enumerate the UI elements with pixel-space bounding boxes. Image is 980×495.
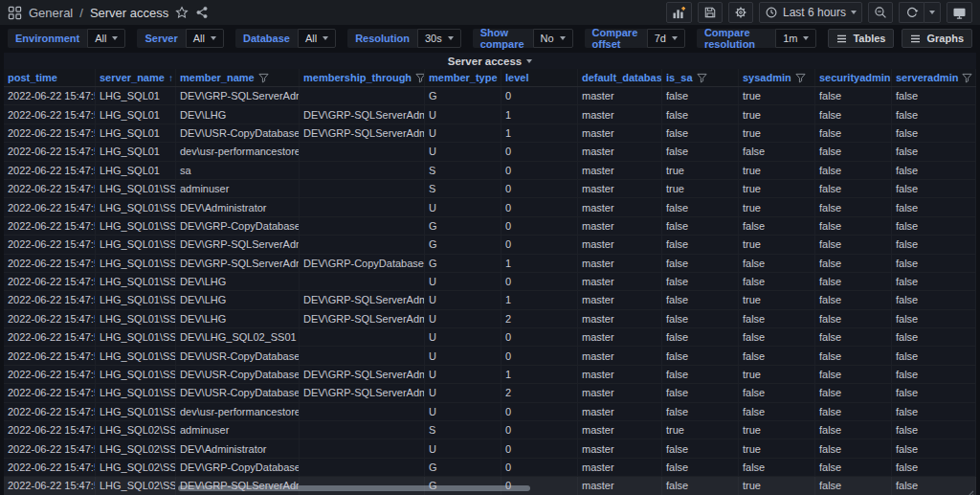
cell-securityadmin: false — [815, 366, 892, 383]
cell-sysadmin: false — [739, 403, 815, 420]
star-icon[interactable] — [175, 6, 189, 19]
view-button-graphs[interactable]: Graphs — [902, 29, 972, 48]
cell-securityadmin: false — [815, 273, 892, 290]
cell-is_sa: false — [662, 477, 739, 494]
cell-membership_through — [300, 217, 425, 235]
variable-value-dropdown[interactable]: All — [298, 29, 336, 48]
table-row: 2022-06-22 15:47:50.543LHG_SQL01dev\usr-… — [4, 143, 976, 161]
column-filter-icon[interactable] — [795, 73, 806, 83]
column-label: serveradmin — [896, 72, 958, 83]
cell-member_name: DEV\GRP-SQLServerAdmins — [176, 255, 300, 272]
column-header-member_name[interactable]: member_name — [176, 69, 300, 86]
cell-level: 0 — [501, 180, 578, 197]
cell-level: 0 — [501, 162, 578, 179]
variable-value-dropdown[interactable]: All — [87, 29, 125, 48]
monitor-icon — [952, 6, 967, 20]
table-row: 2022-06-22 15:47:50.543LHG_SQL02\SS01DEV… — [4, 439, 976, 458]
variable-label[interactable]: Server — [137, 29, 185, 48]
column-filter-icon[interactable] — [697, 73, 707, 83]
variable-label[interactable]: Database — [235, 29, 298, 48]
cell-default_database: master — [578, 162, 662, 179]
column-header-default_database[interactable]: default_database — [578, 69, 662, 86]
column-header-securityadmin[interactable]: securityadmin — [815, 69, 892, 86]
cell-securityadmin: false — [815, 105, 892, 123]
cell-sysadmin: true — [739, 477, 815, 494]
column-header-serveradmin[interactable]: serveradmin — [892, 69, 976, 86]
refresh-interval-dropdown[interactable] — [924, 2, 941, 23]
cell-member_type: U — [425, 124, 501, 142]
refresh-button[interactable] — [899, 2, 924, 23]
variable-value-dropdown[interactable]: 30s — [417, 29, 461, 48]
panel-title[interactable]: Server access — [4, 53, 976, 69]
cell-post_time: 2022-06-22 15:47:50.543 — [4, 273, 96, 290]
cell-member_type: S — [425, 162, 501, 179]
cell-is_sa: true — [662, 421, 739, 439]
zoom-out-time-button[interactable] — [868, 2, 893, 23]
column-header-post_time[interactable]: post_time — [4, 69, 96, 86]
cell-post_time: 2022-06-22 15:47:50.543 — [4, 328, 96, 346]
view-button-label: Graphs — [926, 33, 964, 44]
cell-membership_through — [300, 403, 425, 420]
add-panel-button[interactable] — [666, 2, 692, 23]
column-header-level[interactable]: level — [501, 69, 578, 86]
column-filter-icon[interactable] — [258, 73, 269, 83]
refresh-icon — [905, 6, 919, 19]
cell-member_type: U — [425, 291, 501, 308]
table-row: 2022-06-22 15:47:50.543LHG_SQL01\SS01DEV… — [4, 291, 976, 309]
table-row: 2022-06-22 15:47:50.543LHG_SQL01\SS01DEV… — [4, 198, 976, 216]
cell-member_type: G — [425, 87, 501, 104]
cell-is_sa: true — [662, 162, 739, 179]
cell-level: 2 — [501, 384, 578, 401]
variable-label[interactable]: Compare resolution — [697, 29, 775, 48]
time-range-picker[interactable]: Last 6 hours — [759, 2, 862, 23]
variable-value-dropdown[interactable]: 1m — [775, 29, 816, 48]
breadcrumb-dashboard-title: Server access — [90, 6, 168, 20]
cell-post_time: 2022-06-22 15:47:50.543 — [4, 366, 96, 383]
column-filter-icon[interactable] — [962, 73, 972, 83]
variable-label[interactable]: Resolution — [347, 29, 417, 48]
cell-securityadmin: false — [815, 124, 892, 142]
view-button-tables[interactable]: Tables — [828, 29, 894, 48]
cell-member_name: dev\usr-performancestore — [176, 403, 300, 420]
time-range-label: Last 6 hours — [783, 6, 846, 19]
table-row: 2022-06-22 15:47:50.543LHG_SQL02\SS01DEV… — [4, 459, 976, 477]
column-header-membership_through[interactable]: membership_through — [300, 69, 425, 86]
variable-label[interactable]: Environment — [8, 29, 87, 48]
column-header-sysadmin[interactable]: sysadmin — [739, 69, 815, 86]
cell-securityadmin: false — [815, 477, 892, 494]
variable-value-dropdown[interactable]: 7d — [647, 29, 685, 48]
cell-member_name: DEV\GRP-SQLServerAdmins — [176, 87, 300, 104]
share-icon[interactable] — [195, 6, 209, 19]
cell-membership_through: DEV\GRP-SQLServerAdmins — [300, 105, 425, 123]
dashboards-grid-icon[interactable] — [8, 6, 22, 20]
column-filter-icon[interactable] — [415, 73, 425, 83]
variable-environment: EnvironmentAll — [8, 29, 125, 48]
cell-post_time: 2022-06-22 15:47:50.543 — [4, 255, 96, 272]
breadcrumb-folder[interactable]: General — [29, 6, 73, 20]
panel-resize-handle[interactable] — [966, 484, 974, 493]
column-label: default_database — [582, 72, 662, 83]
dashboard-settings-button[interactable] — [728, 2, 753, 23]
cell-membership_through — [300, 439, 425, 457]
variable-value-dropdown[interactable]: No — [533, 29, 573, 48]
cell-level: 0 — [501, 421, 578, 439]
column-header-member_type[interactable]: member_type — [425, 69, 501, 86]
column-header-is_sa[interactable]: is_sa — [662, 69, 739, 86]
cell-membership_through — [300, 421, 425, 439]
save-dashboard-button[interactable] — [698, 2, 723, 23]
cell-post_time: 2022-06-22 15:47:50.543 — [4, 421, 96, 439]
variable-value-dropdown[interactable]: All — [186, 29, 224, 48]
cell-server_name: LHG_SQL02\SS01 — [96, 459, 176, 476]
column-label: server_name — [100, 72, 165, 83]
cell-post_time: 2022-06-22 15:47:50.543 — [4, 477, 96, 494]
cell-membership_through — [300, 459, 425, 476]
variable-label[interactable]: Compare offset — [585, 29, 647, 48]
cell-is_sa: false — [662, 143, 739, 160]
column-header-server_name[interactable]: server_name↑ — [96, 69, 176, 86]
kiosk-mode-button[interactable] — [947, 2, 972, 23]
cell-server_name: LHG_SQL01\SS01 — [96, 366, 176, 383]
cell-serveradmin: false — [892, 421, 976, 439]
cell-securityadmin: false — [815, 198, 892, 215]
variable-label[interactable]: Show compare — [473, 29, 533, 48]
panel-menu-chevron-icon — [526, 59, 532, 63]
